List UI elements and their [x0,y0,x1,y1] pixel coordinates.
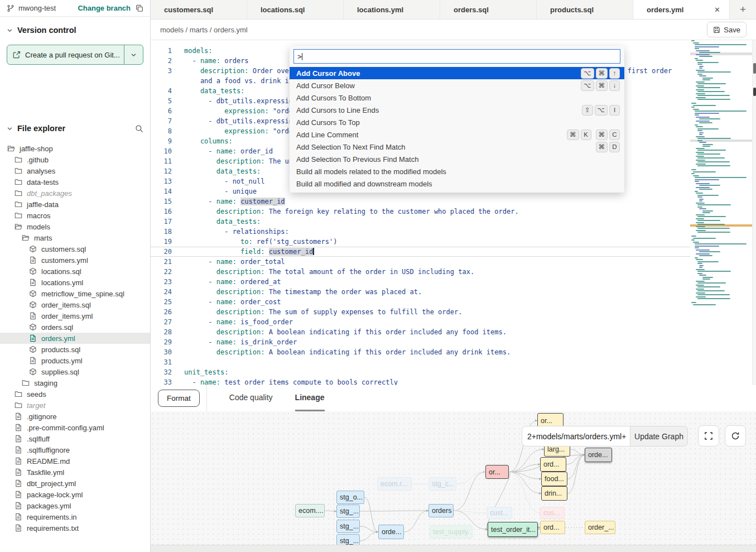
file-tree-item[interactable]: seeds [0,388,150,400]
refresh-button[interactable] [725,425,746,447]
file-tree-item[interactable]: marts [0,232,150,243]
change-branch-link[interactable]: Change branch [78,4,131,12]
file-tree-item[interactable]: dbt_packages [0,188,150,199]
file-tree-item[interactable]: orders.sql [0,321,150,333]
minimap[interactable] [690,40,752,385]
code-line[interactable]: 33- name: test_order_items_compute_to_bo… [151,377,690,385]
code-line[interactable]: 26description: The sum of supply expense… [151,307,690,317]
code-line[interactable]: 16description: The foreign key relating … [151,207,690,217]
file-tree-item[interactable]: products.sql [0,344,150,355]
file-tree-item[interactable]: .github [0,154,150,165]
lineage-node[interactable]: stg_... [336,534,360,545]
lineage-node[interactable]: ord... [540,521,565,534]
pr-button-dropdown[interactable] [124,45,143,64]
lineage-node[interactable]: orde... [378,525,404,539]
lineage-node[interactable]: ecom.... [295,504,325,517]
code-line[interactable]: 32unit_tests: [151,367,690,377]
lineage-node[interactable]: ord... [540,457,566,472]
file-tree-item[interactable]: customers.sql [0,243,150,255]
code-line[interactable]: 23- name: ordered_at [151,277,690,287]
command-palette-item[interactable]: Build all models related to the modified… [290,165,624,177]
command-palette-item[interactable]: Add Cursor Below⌥⌘↓ [290,79,624,92]
version-control-header[interactable]: Version control [7,26,143,35]
lineage-node[interactable]: test_supply... [430,525,473,539]
lineage-node[interactable]: stg_... [336,520,360,533]
file-tree-item[interactable]: README.md [0,455,150,467]
lineage-node[interactable]: order_... [585,521,615,534]
file-tree-item[interactable]: .sqlfluff [0,433,150,444]
code-line[interactable]: 22description: The total amount of the o… [151,267,690,277]
lineage-selector-input[interactable]: 2+models/marts/orders.yml+ [522,426,630,447]
lineage-node[interactable]: or... [485,465,509,479]
file-tree-item[interactable]: .gitignore [0,411,150,422]
file-tree-item[interactable]: target [0,400,150,411]
close-tab-icon[interactable]: ✕ [713,6,721,14]
file-tree-item[interactable]: jaffle-shop [0,143,150,154]
code-line[interactable]: 15- name: customer_id [151,196,690,207]
command-palette-item[interactable]: Build all modified and downstream models [290,177,624,190]
file-tree-item[interactable]: package-lock.yml [0,489,150,500]
file-tree-item[interactable]: customers.yml [0,255,150,266]
horizontal-scrollbar[interactable] [151,545,756,552]
file-tree-item[interactable]: staging [0,377,150,388]
bottom-tab-code-quality[interactable]: Code quality [229,385,273,411]
editor-tab[interactable]: orders.sql [440,0,537,19]
lineage-node[interactable]: test_order_it... [488,522,538,537]
file-tree-item[interactable]: packages.yml [0,500,150,511]
lineage-node[interactable]: stg_o... [336,491,364,504]
file-tree-item[interactable]: analyses [0,165,150,176]
command-palette-item[interactable]: Add Cursors to Line Ends⇧⌥I [290,104,624,116]
create-pr-button[interactable]: Create a pull request on Git... [7,45,143,65]
file-tree-item[interactable]: order_items.yml [0,310,150,321]
file-tree-item[interactable]: locations.yml [0,277,150,288]
code-line[interactable]: 29- name: is_drink_order [151,337,690,347]
lineage-node[interactable]: stg_c... [428,477,456,491]
command-palette-item[interactable]: Add Cursor Above⌥⌘↑ [290,67,624,79]
format-button[interactable]: Format [158,390,200,407]
code-line[interactable]: 31 [151,357,690,367]
file-tree-item[interactable]: orders.yml [0,333,150,344]
code-line[interactable]: 18- relationships: [151,227,690,237]
editor-tab[interactable]: customers.sql [151,0,247,19]
file-tree-item[interactable]: .pre-commit-config.yaml [0,422,150,433]
fullscreen-button[interactable] [698,425,719,447]
search-icon[interactable] [135,124,143,133]
editor-tab[interactable]: orders.yml✕ [633,0,730,19]
new-tab-button[interactable]: + [730,0,756,19]
lineage-node[interactable]: orders [428,504,454,517]
file-tree-item[interactable]: locations.sql [0,266,150,277]
file-tree-item[interactable]: macros [0,210,150,221]
file-tree-item[interactable]: .sqlfluffignore [0,444,150,455]
file-tree-item[interactable]: products.yml [0,355,150,366]
editor-scrollbar[interactable] [752,40,756,385]
file-explorer-header[interactable]: File explorer [7,124,143,133]
command-palette-item[interactable]: Add Selection To Next Find Match⌘D [290,141,624,153]
command-palette-item[interactable]: Add Selection To Previous Find Match [290,153,624,165]
editor-tab[interactable]: locations.yml [344,0,440,19]
file-tree-item[interactable]: jaffle-data [0,199,150,210]
lineage-node[interactable]: cust... [487,507,512,519]
code-line[interactable]: 27- name: is_food_order [151,317,690,327]
save-button[interactable]: Save [707,22,747,37]
command-palette-item[interactable]: Add Cursors To Top [290,116,624,128]
file-tree-item[interactable]: requirements.in [0,511,150,522]
file-tree-item[interactable]: Taskfile.yml [0,467,150,478]
file-tree-item[interactable]: order_items.sql [0,299,150,310]
update-graph-button[interactable]: Update Graph [630,426,688,447]
lineage-node[interactable]: food... [541,472,567,486]
code-line[interactable]: 25- name: order_cost [151,297,690,307]
code-line[interactable]: 21- name: order_total [151,257,690,267]
lineage-node[interactable]: drin... [541,486,567,501]
file-tree-item[interactable]: dbt_project.yml [0,478,150,489]
command-palette-input[interactable]: > [293,49,620,64]
file-tree-item[interactable]: metricflow_time_spine.sql [0,288,150,299]
file-tree-item[interactable]: data-tests [0,176,150,188]
code-line[interactable]: 30description: A boolean indicating if t… [151,347,690,357]
file-tree-item[interactable]: requirements.txt [0,522,150,534]
code-line[interactable]: 28description: A boolean indicating if t… [151,327,690,337]
editor-tab[interactable]: locations.sql [247,0,344,19]
code-line[interactable]: 20field: customer_id [151,247,690,257]
copy-icon[interactable] [136,4,143,12]
code-line[interactable]: 24description: The timestamp the order w… [151,287,690,297]
command-palette-item[interactable]: Add Line Comment⌘K⌘C [290,128,624,141]
